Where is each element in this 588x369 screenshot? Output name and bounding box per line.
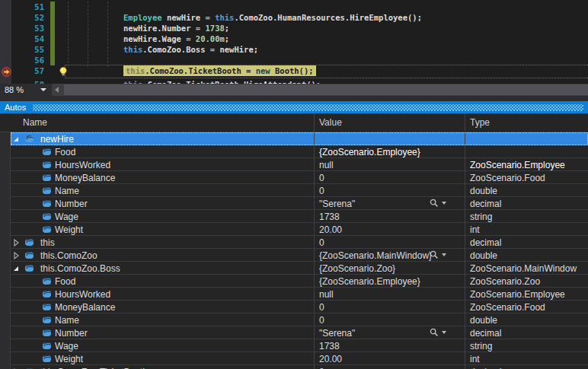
variable-name: Wage xyxy=(55,212,78,222)
variable-name-cell[interactable]: MoneyBalance xyxy=(0,301,314,313)
variable-value-cell[interactable]: null xyxy=(315,288,465,301)
variable-value: 20.00 xyxy=(319,224,342,235)
column-resize-handle[interactable] xyxy=(465,113,465,132)
lightbulb-suggestion-icon[interactable] xyxy=(58,66,69,77)
variable-value-cell[interactable]: "Serena" xyxy=(315,326,465,339)
variable-name-cell[interactable]: Weight xyxy=(0,352,314,365)
field-icon xyxy=(42,224,52,234)
variable-value-cell[interactable]: 0 xyxy=(315,236,465,249)
variable-value: 20.00 xyxy=(319,354,342,364)
zoom-level-dropdown[interactable]: 88 % xyxy=(0,84,52,96)
variable-name-cell[interactable]: Number xyxy=(0,197,314,210)
variable-name-cell[interactable]: Name xyxy=(0,313,314,326)
field-icon xyxy=(42,328,52,338)
variable-name: MoneyBalance xyxy=(55,302,115,313)
collapse-arrow-icon[interactable] xyxy=(11,135,21,144)
chevron-down-icon xyxy=(40,88,46,91)
scroll-left-arrow-icon[interactable] xyxy=(55,87,59,93)
field-icon xyxy=(42,173,52,183)
variable-name-cell[interactable]: HoursWorked xyxy=(0,158,314,171)
variable-value-cell[interactable]: null xyxy=(315,158,465,171)
code-editor[interactable]: 5152535455565758 Employee newHire = this… xyxy=(0,0,588,84)
variable-type: decimal xyxy=(470,237,501,248)
field-icon xyxy=(42,341,52,351)
variable-type: decimal xyxy=(470,328,501,339)
variable-value-cell[interactable]: "Serena" xyxy=(315,197,465,210)
autos-title-bar[interactable]: Autos xyxy=(0,101,588,113)
variable-name-cell[interactable]: Food xyxy=(0,275,314,288)
column-header-type[interactable]: Type xyxy=(470,113,490,132)
variable-name-cell[interactable]: Number xyxy=(0,326,314,339)
variable-type: ZooScenario.MainWindow xyxy=(470,263,577,274)
variable-name-cell[interactable]: HoursWorked xyxy=(0,288,314,301)
code-line[interactable]: this.ComoZoo.TicketBooth = new Booth(); xyxy=(123,65,316,76)
autos-rows: newHire{ZooScenario.Employee}ZooScenario… xyxy=(0,132,588,369)
variable-value-cell[interactable]: 0 xyxy=(315,313,465,326)
variable-name-cell[interactable]: Food xyxy=(0,145,314,158)
variable-type: decimal xyxy=(470,199,501,209)
magnifier-visualizer-button[interactable] xyxy=(430,250,446,259)
variable-value-cell[interactable]: 20.00 xyxy=(315,223,465,236)
variable-type-cell: ZooScenario.Food xyxy=(465,171,588,184)
variable-value: 0 xyxy=(319,367,324,369)
column-resize-handle[interactable] xyxy=(314,113,315,132)
variable-value-cell[interactable]: 0 xyxy=(315,301,465,313)
variable-type-cell: string xyxy=(465,339,588,352)
expand-arrow-icon[interactable] xyxy=(11,251,21,260)
variable-name-cell[interactable]: this.ComoZoo xyxy=(0,249,314,262)
variable-value-cell[interactable]: 0 xyxy=(315,365,465,369)
variable-value-cell[interactable]: {ZooScenario.MainWindow} xyxy=(315,249,465,262)
variable-value-cell[interactable]: 1738 xyxy=(315,339,465,352)
column-header-name[interactable]: Name xyxy=(23,113,47,132)
variable-type-cell: int xyxy=(465,352,588,365)
code-line[interactable]: Employee newHire = this.ComoZoo.HumanRes… xyxy=(123,12,422,23)
variable-type: ZooScenario.Employee xyxy=(470,160,565,170)
variable-name: Name xyxy=(55,186,79,196)
variable-value-cell[interactable]: 0 xyxy=(315,184,465,197)
field-icon xyxy=(42,289,52,299)
field-icon xyxy=(24,237,34,247)
variable-value: 1738 xyxy=(319,212,340,222)
variable-name-cell[interactable]: MoneyBalance xyxy=(0,171,314,184)
chevron-down-icon[interactable] xyxy=(442,331,446,334)
collapse-arrow-icon[interactable] xyxy=(11,264,21,273)
variable-name-cell[interactable]: Wage xyxy=(0,339,314,352)
magnifier-visualizer-button[interactable] xyxy=(430,328,446,337)
variable-name-cell[interactable]: newHire xyxy=(0,132,314,145)
variable-value-cell[interactable]: {ZooScenario.Employee} xyxy=(315,275,465,288)
variable-value-cell[interactable]: {ZooScenario.Employee} xyxy=(315,145,465,158)
variable-name-cell[interactable]: Name xyxy=(0,184,314,197)
field-icon xyxy=(42,199,52,208)
autos-row[interactable]: newHire{ZooScenario.Employee}ZooScenario… xyxy=(0,132,588,145)
variable-name-cell[interactable]: Wage xyxy=(0,210,314,223)
horizontal-scrollbar[interactable] xyxy=(52,84,588,96)
variable-value-cell[interactable]: 20.00 xyxy=(315,352,465,365)
variable-value: "Serena" xyxy=(319,328,355,339)
code-line[interactable]: this.ComoZoo.Boss = newHire; xyxy=(123,44,258,55)
chevron-down-icon[interactable] xyxy=(442,253,446,256)
variable-value-cell[interactable]: 1738 xyxy=(315,210,465,223)
scrollbar-thumb[interactable] xyxy=(64,84,588,95)
column-header-value[interactable]: Value xyxy=(319,113,342,132)
variable-name-cell[interactable]: Weight xyxy=(0,223,314,236)
autos-row[interactable]: FoodnullZooScenario.Food xyxy=(0,145,588,158)
field-icon xyxy=(42,160,52,170)
field-icon xyxy=(42,212,52,221)
variable-type-cell: ZooScenario.MainWindow xyxy=(465,262,588,275)
field-icon xyxy=(42,302,52,312)
breakpoint-current-statement-icon[interactable] xyxy=(2,67,11,77)
variable-value-cell[interactable]: 0 xyxy=(315,171,465,184)
magnifier-visualizer-button[interactable] xyxy=(430,199,446,208)
variable-type-cell: decimal xyxy=(465,197,588,210)
variable-name-cell[interactable]: this xyxy=(0,236,314,249)
code-line[interactable]: newHire.Wage = 20.00m; xyxy=(123,33,229,44)
variable-value-cell[interactable]: {ZooScenario.Zoo} xyxy=(315,262,465,275)
code-line[interactable]: newHire.Number = 1738; xyxy=(123,23,229,33)
variable-type: double xyxy=(470,315,497,326)
variable-name: HoursWorked xyxy=(55,289,110,300)
expand-arrow-icon[interactable] xyxy=(11,238,21,247)
autos-title: Autos xyxy=(0,103,26,112)
variable-name-cell[interactable]: this.ComoZoo.TicketBooth xyxy=(0,365,314,369)
chevron-down-icon[interactable] xyxy=(442,202,446,205)
variable-name-cell[interactable]: this.ComoZoo.Boss xyxy=(0,262,314,275)
